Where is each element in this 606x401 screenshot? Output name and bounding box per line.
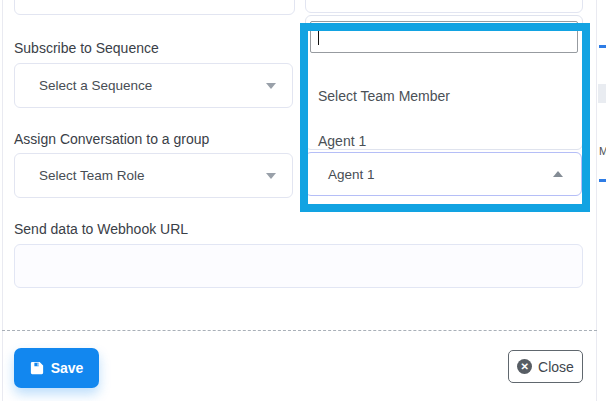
- background-block: [598, 84, 606, 103]
- team-member-option-placeholder[interactable]: Select Team Member: [318, 88, 450, 104]
- team-role-select-value: Select Team Role: [39, 168, 145, 183]
- team-member-search-input[interactable]: [310, 21, 578, 53]
- close-circle-x-icon: ✕: [517, 359, 532, 374]
- webhook-url-input[interactable]: [14, 244, 583, 288]
- chevron-up-icon: [553, 171, 563, 177]
- subscribe-sequence-label: Subscribe to Sequence: [14, 40, 159, 56]
- chevron-down-icon: [266, 173, 276, 179]
- cropped-input-right[interactable]: [305, 0, 583, 13]
- modal-left-border: [2, 0, 3, 401]
- close-button[interactable]: ✕ Close: [508, 350, 583, 383]
- modal-right-border: [596, 0, 597, 401]
- background-link-dash: [599, 45, 606, 48]
- sequence-select-value: Select a Sequence: [39, 78, 152, 93]
- close-button-label: Close: [538, 359, 574, 375]
- team-member-select-value: Agent 1: [328, 167, 375, 182]
- save-button[interactable]: Save: [14, 348, 99, 388]
- background-link-dash: [599, 179, 606, 182]
- team-role-select[interactable]: Select Team Role: [14, 153, 293, 198]
- save-button-label: Save: [51, 360, 84, 376]
- text-cursor: [318, 29, 319, 45]
- chevron-down-icon: [266, 83, 276, 89]
- cropped-input-left[interactable]: [14, 0, 295, 15]
- assign-group-label: Assign Conversation to a group: [14, 131, 209, 147]
- team-member-option-agent1[interactable]: Agent 1: [318, 133, 366, 149]
- background-partial-text: M: [599, 145, 606, 157]
- footer-divider: [2, 330, 597, 331]
- automation-settings-modal: M Subscribe to Sequence Select a Sequenc…: [0, 0, 606, 401]
- webhook-url-label: Send data to Webhook URL: [14, 221, 188, 237]
- sequence-select[interactable]: Select a Sequence: [14, 63, 293, 108]
- team-member-dropdown-panel: Select Team Member Agent 1: [305, 15, 583, 150]
- team-member-select[interactable]: Agent 1: [305, 152, 582, 196]
- save-floppy-icon: [30, 361, 44, 375]
